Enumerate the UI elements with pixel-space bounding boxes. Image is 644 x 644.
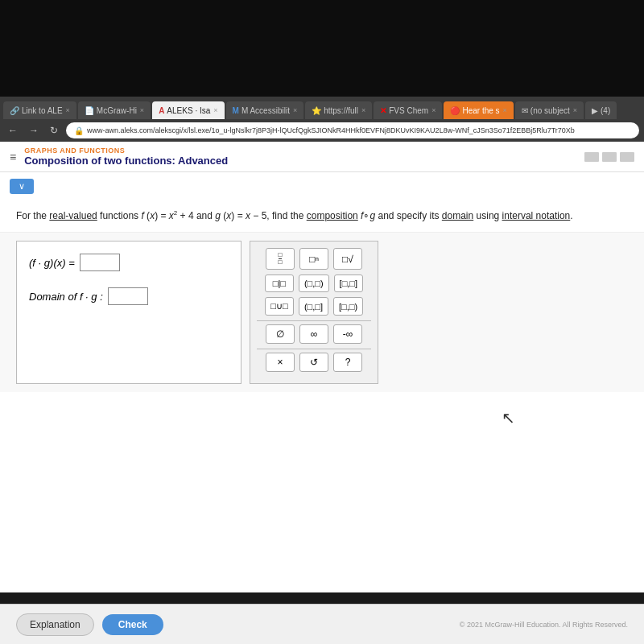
kb-half-open-right[interactable]: (□,□] (299, 297, 328, 316)
header-box-1 (584, 152, 599, 162)
tab-https-icon: ⭐ (312, 106, 321, 115)
math-keyboard: □ □ □n □√ □|□ (□,□) [□,□] □∪□ (□,□] [□,□… (250, 241, 378, 384)
tab-nosubj[interactable]: ✉ (no subject × (515, 101, 584, 119)
tab-link[interactable]: 🔗 Link to ALE × (3, 101, 76, 119)
tab-mcgraw-icon: 📄 (85, 106, 94, 115)
kb-fraction[interactable]: □ □ (266, 248, 295, 270)
address-bar-row: ← → ↻ 🔒 www-awn.aleks.com/alekscgi/x/lsl… (0, 119, 644, 142)
kb-half-open-left[interactable]: [□,□) (333, 297, 363, 316)
browser-chrome: 🔗 Link to ALE × 📄 McGraw-Hi × A ALEKS · … (0, 97, 644, 142)
tab-fvs-close[interactable]: × (431, 106, 436, 114)
interval-notation-link[interactable]: interval notation (502, 210, 571, 221)
tab-aleks-close[interactable]: × (213, 106, 217, 114)
aleks-header: ≡ GRAPHS AND FUNCTIONS Composition of tw… (0, 142, 644, 172)
kb-help[interactable]: ? (333, 353, 362, 372)
tab-access-close[interactable]: × (293, 106, 297, 114)
spacer-area: ↖ (0, 392, 644, 473)
tab-https-close[interactable]: × (361, 106, 365, 114)
kb-row-3: □∪□ (□,□] [□,□) (257, 297, 371, 316)
question-area: For the real-valued functions f (x) = x2… (0, 200, 644, 233)
tab-fvs-icon: ✕ (380, 106, 386, 115)
tab-nosubj-close[interactable]: × (573, 106, 577, 114)
tab-aleks-icon: A (159, 106, 164, 115)
hamburger-menu[interactable]: ≡ (10, 151, 16, 163)
kb-sqrt[interactable]: □√ (333, 248, 362, 270)
kb-open-interval[interactable]: (□,□) (299, 275, 329, 292)
composition-label: (f · g)(x) = (29, 257, 75, 269)
composition-row: (f · g)(x) = (29, 254, 229, 271)
kb-row-2: □|□ (□,□) [□,□] (257, 275, 371, 292)
kb-row-4: ∅ ∞ -∞ (257, 324, 371, 344)
section-title: Composition of two functions: Advanced (24, 155, 228, 167)
kb-empty-set[interactable]: ∅ (266, 324, 295, 344)
tab-aleks[interactable]: A ALEKS · Isa × (152, 101, 224, 119)
tab-link-icon: 🔗 (10, 106, 19, 115)
question-text: For the real-valued functions f (x) = x2… (16, 208, 628, 224)
header-box-2 (602, 152, 617, 162)
tab-hear-close[interactable]: × (503, 106, 507, 114)
back-button[interactable]: ← (5, 123, 21, 138)
kb-row-1: □ □ □n □√ (257, 248, 371, 270)
section-info: GRAPHS AND FUNCTIONS Composition of two … (24, 147, 228, 167)
forward-button[interactable]: → (26, 123, 42, 138)
tab-nosubj-icon: ✉ (522, 106, 528, 115)
tab-mcgraw[interactable]: 📄 McGraw-Hi × (78, 101, 151, 119)
bottom-bar: Explanation Check © 2021 McGraw-Hill Edu… (0, 604, 644, 644)
copyright-text: © 2021 McGraw-Hill Education. All Rights… (460, 621, 628, 629)
composition-link[interactable]: composition (307, 210, 358, 221)
kb-closed-interval[interactable]: [□,□] (334, 275, 363, 292)
explanation-button[interactable]: Explanation (16, 613, 94, 636)
tab-bar: 🔗 Link to ALE × 📄 McGraw-Hi × A ALEKS · … (0, 97, 644, 119)
composition-input[interactable] (80, 254, 120, 271)
top-black-bar (0, 0, 644, 97)
address-bar[interactable]: 🔒 www-awn.aleks.com/alekscgi/x/lsl.exe/1… (66, 122, 639, 138)
section-label: GRAPHS AND FUNCTIONS (24, 147, 228, 155)
kb-neg-infinity[interactable]: -∞ (333, 324, 362, 344)
domain-link[interactable]: domain (442, 210, 473, 221)
tab-access[interactable]: M M Accessibilit × (226, 101, 304, 119)
work-area: (f · g)(x) = Domain of f · g : □ □ □n □√ (0, 233, 644, 392)
tab-hear-icon: 🔴 (450, 106, 460, 115)
tab-link-close[interactable]: × (66, 106, 70, 114)
tab-fvs[interactable]: ✕ FVS Chem × (374, 101, 442, 119)
url-text: www-awn.aleks.com/alekscgi/x/lsl.exe/1o_… (87, 126, 575, 134)
input-panel: (f · g)(x) = Domain of f · g : (16, 241, 242, 384)
check-button[interactable]: Check (102, 614, 163, 635)
tab-four[interactable]: ▶ (4) (585, 101, 617, 119)
kb-undo[interactable]: ↺ (299, 353, 328, 372)
tab-https[interactable]: ⭐ https://full × (305, 101, 372, 119)
domain-label: Domain of f · g : (29, 291, 103, 303)
tab-access-icon: M (233, 106, 239, 115)
header-box-3 (620, 152, 634, 162)
lock-icon: 🔒 (74, 126, 84, 135)
kb-abs[interactable]: □|□ (265, 275, 294, 292)
dropdown-button[interactable]: ∨ (10, 179, 34, 194)
domain-input[interactable] (108, 287, 148, 305)
header-right (584, 152, 634, 162)
kb-row-5: × ↺ ? (257, 353, 371, 372)
cursor-indicator: ↖ (502, 408, 515, 427)
kb-separator-2 (257, 349, 371, 349)
kb-separator (257, 320, 371, 321)
tab-hear[interactable]: 🔴 Hear the s × (444, 101, 513, 119)
tab-four-icon: ▶ (592, 106, 598, 115)
reload-button[interactable]: ↻ (47, 123, 61, 138)
tab-mcgraw-close[interactable]: × (140, 106, 144, 114)
kb-clear[interactable]: × (266, 353, 295, 372)
kb-union[interactable]: □∪□ (265, 297, 294, 316)
domain-row: Domain of f · g : (29, 287, 229, 305)
kb-superscript[interactable]: □n (299, 248, 328, 270)
real-valued-link[interactable]: real-valued (49, 210, 97, 221)
kb-infinity[interactable]: ∞ (299, 324, 328, 344)
